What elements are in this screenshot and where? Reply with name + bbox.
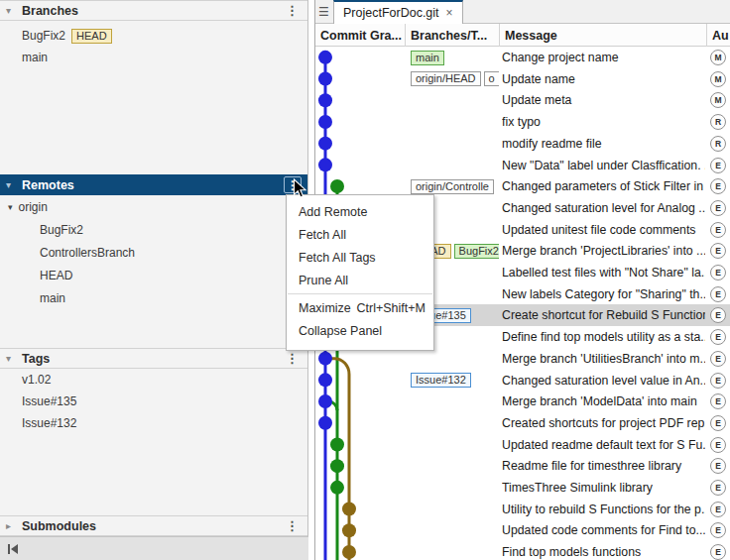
commit-message: fix typo — [502, 111, 705, 133]
menu-item-fetch-all[interactable]: Fetch All — [287, 223, 433, 246]
menu-item-shortcut: Ctrl+Shift+M — [357, 301, 426, 315]
chevron-right-icon[interactable]: ▸ — [6, 520, 20, 531]
menu-item-fetch-all-tags[interactable]: Fetch All Tags — [287, 246, 433, 269]
branch-badge[interactable]: o — [484, 71, 499, 86]
remote-branch-item[interactable]: ControllersBranch — [40, 244, 135, 262]
tab-list-icon[interactable]: ☰ — [318, 5, 329, 19]
commit-row[interactable]: Updated readme default text for S Fu...E — [315, 434, 730, 456]
commit-message: New labels Category for "Sharing" th... — [502, 283, 705, 305]
collapse-left-icon[interactable] — [7, 543, 20, 555]
tab-projectfordoc[interactable]: ProjectForDoc.git × — [333, 0, 463, 24]
menu-item-label: Add Remote — [299, 205, 367, 219]
remote-branch-item[interactable]: main — [40, 289, 65, 307]
column-header-commit-graph[interactable]: Commit Gra... — [315, 24, 406, 47]
commit-branch-badges: origin/HEADo — [411, 70, 499, 88]
branch-item[interactable]: main — [22, 49, 48, 66]
commit-branch-badges — [411, 157, 499, 174]
commit-message: Merge branch 'UtilitiesBranch' into m... — [502, 348, 705, 370]
author-badge: E — [710, 415, 726, 431]
kebab-menu-icon[interactable]: ⋮ — [283, 353, 302, 365]
author-badge: M — [710, 92, 726, 108]
commit-branch-badges: Issue#132 — [411, 372, 499, 390]
branch-item[interactable]: BugFix2HEAD — [22, 27, 112, 45]
menu-item-collapse-panel[interactable]: Collapse Panel — [287, 319, 433, 342]
kebab-menu-icon[interactable]: ⋮ — [283, 520, 302, 532]
remotes-panel-header[interactable]: ▾ Remotes ⋮ — [0, 174, 307, 195]
remote-label: origin — [19, 200, 48, 214]
chevron-down-icon[interactable]: ▾ — [6, 353, 20, 364]
close-icon[interactable]: × — [446, 6, 453, 20]
tag-item[interactable]: Issue#135 — [22, 392, 76, 410]
author-badge: E — [710, 265, 726, 280]
menu-item-add-remote[interactable]: Add Remote — [287, 200, 433, 223]
commit-row[interactable]: origin/HEADoUpdate nameM — [315, 68, 730, 90]
commit-row[interactable]: Created shortcuts for project PDF rep...… — [315, 412, 730, 434]
commit-branch-badges — [411, 543, 499, 560]
author-badge: E — [710, 200, 726, 216]
commit-message: Changed saturation level value in An... — [502, 370, 705, 392]
chevron-down-icon[interactable]: ▾ — [8, 202, 13, 212]
commit-row[interactable]: modify readme fileR — [315, 133, 730, 155]
author-badge: E — [710, 178, 726, 194]
commit-branch-badges — [411, 479, 499, 497]
submodules-panel-header[interactable]: ▸ Submodules ⋮ — [0, 515, 307, 536]
commit-row[interactable]: Updated code comments for Find to...E — [315, 519, 730, 541]
tag-item[interactable]: Issue#132 — [22, 414, 76, 432]
author-badge: E — [710, 329, 726, 345]
branch-badge[interactable]: main — [411, 51, 444, 65]
column-header-branches-tags[interactable]: Branches/T... — [406, 24, 500, 47]
author-badge: M — [710, 71, 726, 87]
menu-item-prune-all[interactable]: Prune All — [287, 269, 433, 291]
commit-row[interactable]: Issue#132Changed saturation level value … — [315, 370, 730, 392]
commit-message: Created shortcuts for project PDF rep... — [502, 412, 705, 434]
commit-message: modify readme file — [502, 133, 705, 155]
menu-item-label: Fetch All — [299, 228, 346, 242]
menu-item-maximize[interactable]: MaximizeCtrl+Shift+M — [287, 296, 433, 319]
commit-message: Readme file for timesthree library — [502, 455, 705, 477]
commit-row[interactable]: fix typoR — [315, 111, 730, 133]
commit-branch-badges: main — [411, 49, 499, 66]
commit-row[interactable]: Find top models functionsE — [315, 541, 730, 560]
tag-item[interactable]: v1.02 — [22, 371, 51, 389]
column-header-author[interactable]: Au — [707, 24, 730, 47]
commit-row[interactable]: Utility to rebuild S Functions for the p… — [315, 499, 730, 520]
commit-row[interactable]: Readme file for timesthree libraryE — [315, 455, 730, 477]
tab-title: ProjectForDoc.git — [343, 6, 439, 20]
commit-message: Update meta — [502, 89, 705, 111]
commit-row[interactable]: Update metaM — [315, 89, 730, 111]
head-badge: HEAD — [71, 29, 112, 44]
commit-row[interactable]: Merge branch 'ModelData' into mainE — [315, 391, 730, 412]
remote-branch-item[interactable]: HEAD — [40, 267, 72, 284]
chevron-down-icon[interactable]: ▾ — [6, 5, 20, 16]
remote-item-origin[interactable]: ▾origin — [8, 198, 48, 216]
commit-row[interactable]: TimesThree Simulink libraryE — [315, 477, 730, 499]
commit-branch-badges — [411, 350, 499, 368]
remote-branch-item[interactable]: BugFix2 — [40, 221, 83, 239]
commit-message: Define find top models utility as a sta.… — [502, 326, 705, 348]
branches-panel-header[interactable]: ▾ Branches ⋮ — [0, 0, 307, 21]
commit-row[interactable]: Merge branch 'UtilitiesBranch' into m...… — [315, 348, 730, 370]
author-badge: R — [710, 136, 726, 152]
branch-badge[interactable]: origin/Controlle — [411, 179, 494, 194]
kebab-menu-icon[interactable]: ⋮ — [283, 5, 302, 17]
branch-badge[interactable]: BugFix2 — [454, 244, 499, 259]
grid-column-headers: Commit Gra... Branches/T... Message Au — [315, 24, 730, 47]
commit-row[interactable]: New "Data" label under Clasffication. ..… — [315, 155, 730, 176]
commit-message: Merge branch 'ModelData' into main — [502, 391, 705, 412]
commit-message: TimesThree Simulink library — [502, 477, 705, 499]
commit-branch-badges — [411, 414, 499, 432]
commit-row[interactable]: mainChange project nameM — [315, 47, 730, 68]
branch-badge[interactable]: Issue#132 — [411, 373, 471, 388]
commit-message: Update name — [502, 68, 705, 90]
branch-label: main — [22, 51, 48, 64]
branch-badge[interactable]: origin/HEAD — [411, 71, 481, 86]
column-header-message[interactable]: Message — [500, 24, 707, 47]
menu-item-label: Prune All — [299, 274, 348, 287]
tags-panel-header[interactable]: ▾ Tags ⋮ — [0, 348, 307, 369]
menu-item-label: Fetch All Tags — [299, 251, 376, 265]
author-badge: E — [710, 393, 726, 409]
commit-branch-badges — [411, 501, 499, 518]
commit-message: Change project name — [502, 47, 705, 68]
chevron-down-icon[interactable]: ▾ — [6, 179, 20, 190]
author-badge: E — [710, 158, 726, 173]
